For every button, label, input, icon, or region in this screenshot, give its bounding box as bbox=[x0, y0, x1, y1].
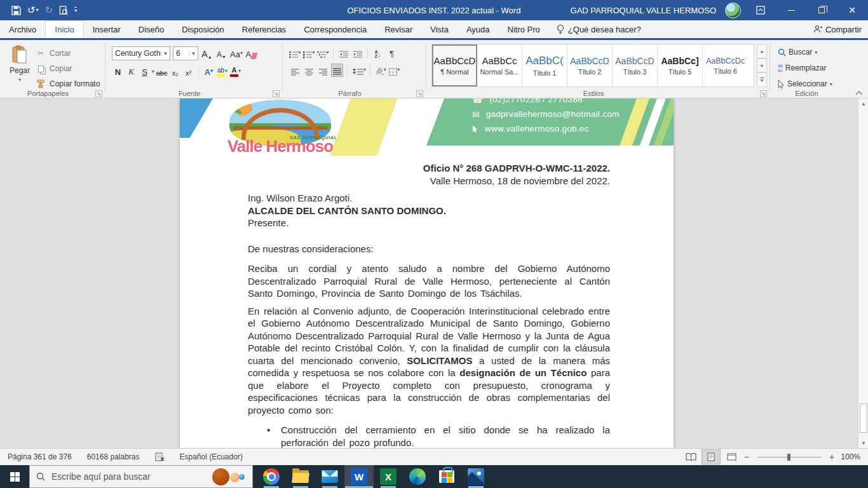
styles-scroll-up-button[interactable]: ▲ bbox=[757, 44, 767, 58]
align-right-button[interactable] bbox=[317, 64, 329, 77]
shading-button[interactable]: ▾ bbox=[374, 64, 386, 77]
bold-button[interactable]: N bbox=[112, 65, 124, 78]
shrink-font-button[interactable]: A▼ bbox=[215, 47, 227, 60]
language-indicator[interactable]: Español (Ecuador) bbox=[172, 452, 250, 461]
proofing-status[interactable] bbox=[147, 452, 172, 461]
scroll-down-button[interactable]: ▼ bbox=[858, 438, 868, 448]
zoom-slider-thumb[interactable] bbox=[787, 454, 790, 461]
tab-correspondencia[interactable]: Correspondencia bbox=[295, 20, 376, 38]
format-painter-button[interactable]: Copiar formato bbox=[34, 77, 100, 91]
start-button[interactable] bbox=[0, 465, 29, 488]
read-mode-button[interactable] bbox=[681, 449, 700, 464]
print-preview-button[interactable] bbox=[59, 6, 68, 15]
taskbar-store[interactable] bbox=[432, 465, 461, 488]
style-normal[interactable]: AaBbCcD ¶ Normal bbox=[432, 44, 477, 86]
font-size-combo[interactable]: 6▼ bbox=[173, 46, 198, 60]
minimize-button[interactable] bbox=[780, 0, 802, 20]
share-button[interactable]: Compartir bbox=[813, 20, 862, 38]
style-titulo-2[interactable]: AaBbCcD Título 2 bbox=[567, 44, 613, 86]
multilevel-list-button[interactable]: ▾ bbox=[317, 46, 329, 60]
tab-inicio[interactable]: Inicio bbox=[45, 20, 83, 38]
taskbar-word[interactable]: W bbox=[344, 465, 374, 488]
font-name-combo[interactable]: Century Gothi▼ bbox=[112, 46, 170, 60]
taskbar-mail[interactable] bbox=[315, 465, 344, 488]
portapapeles-dialog-launcher[interactable]: ↘ bbox=[95, 90, 102, 97]
taskbar-edge[interactable] bbox=[403, 465, 432, 488]
tab-archivo[interactable]: Archivo bbox=[0, 20, 45, 38]
underline-caret-icon[interactable]: ▾ bbox=[152, 69, 154, 74]
account-name[interactable]: GAD PARROQUIAL VALLE HERMOSO bbox=[571, 6, 716, 15]
tab-ayuda[interactable]: Ayuda bbox=[458, 20, 499, 38]
change-case-button[interactable]: Aa▾ bbox=[230, 47, 243, 60]
taskbar-photos[interactable] bbox=[461, 465, 491, 488]
cut-button[interactable]: ✂Cortar bbox=[34, 46, 100, 60]
undo-button[interactable]: ↺▾ bbox=[27, 6, 39, 15]
tab-nitro-pro[interactable]: Nitro Pro bbox=[499, 20, 549, 38]
tab-referencias[interactable]: Referencias bbox=[233, 20, 295, 38]
tab-insertar[interactable]: Insertar bbox=[84, 20, 130, 38]
tab-vista[interactable]: Vista bbox=[421, 20, 458, 38]
justify-button[interactable] bbox=[331, 64, 343, 77]
ribbon-display-options-button[interactable] bbox=[750, 0, 771, 20]
borders-button[interactable]: ▾ bbox=[388, 64, 400, 77]
style-titulo-6[interactable]: AaBbCcDc Título 6 bbox=[703, 44, 748, 86]
font-color-button[interactable]: A▾ bbox=[229, 65, 241, 78]
strikethrough-button[interactable]: abc bbox=[156, 65, 168, 78]
tab-disposicion[interactable]: Disposición bbox=[173, 20, 233, 38]
tab-revisar[interactable]: Revisar bbox=[376, 20, 421, 38]
tab-diseno[interactable]: Diseño bbox=[130, 20, 173, 38]
bullets-button[interactable]: ▾ bbox=[289, 46, 301, 60]
scroll-up-button[interactable]: ▲ bbox=[858, 98, 868, 109]
collapse-ribbon-button[interactable] bbox=[855, 91, 863, 95]
zoom-level[interactable]: 100% bbox=[837, 452, 864, 461]
grow-font-button[interactable]: A▲ bbox=[201, 47, 213, 60]
numbering-button[interactable]: ▾ bbox=[303, 46, 315, 60]
taskbar-file-explorer[interactable] bbox=[286, 465, 315, 488]
styles-scroll-down-button[interactable]: ▼ bbox=[757, 58, 767, 73]
styles-more-button[interactable]: ▼ bbox=[757, 72, 767, 87]
subscript-button[interactable]: x₂ bbox=[169, 65, 181, 78]
close-button[interactable]: × bbox=[841, 0, 863, 20]
page-indicator[interactable]: Página 361 de 376 bbox=[0, 452, 79, 461]
highlight-button[interactable]: ab▾ bbox=[216, 65, 228, 78]
paste-button[interactable]: Pegar ▾ bbox=[5, 40, 34, 91]
taskbar-search[interactable]: Escribe aquí para buscar bbox=[29, 465, 253, 488]
estilos-dialog-launcher[interactable]: ↘ bbox=[760, 90, 767, 97]
parrafo-dialog-launcher[interactable]: ↘ bbox=[416, 90, 423, 97]
zoom-in-button[interactable]: + bbox=[827, 452, 836, 462]
save-button[interactable] bbox=[11, 6, 21, 15]
document-page[interactable]: GAD PARROQUIAL Valle Hermoso ☎ (02)27702… bbox=[180, 98, 674, 448]
document-canvas[interactable]: GAD PARROQUIAL Valle Hermoso ☎ (02)27702… bbox=[0, 98, 858, 448]
underline-button[interactable]: S bbox=[139, 65, 151, 78]
taskbar-chrome[interactable] bbox=[257, 465, 286, 488]
search-doodle[interactable] bbox=[203, 468, 247, 487]
web-layout-button[interactable] bbox=[722, 449, 741, 464]
superscript-button[interactable]: x² bbox=[182, 65, 194, 78]
style-titulo-1[interactable]: AaBbC( Título 1 bbox=[522, 44, 567, 86]
account-avatar[interactable] bbox=[725, 3, 741, 18]
fuente-dialog-launcher[interactable]: ↘ bbox=[273, 90, 280, 97]
taskbar-excel[interactable]: X bbox=[374, 465, 403, 488]
undo-caret-icon[interactable]: ▾ bbox=[36, 8, 39, 13]
align-left-button[interactable] bbox=[289, 64, 301, 77]
letter-body[interactable]: Oficio N° 268 GADPRVH-O-WMC-11-2022. Val… bbox=[248, 162, 610, 448]
find-button[interactable]: Buscar▾ bbox=[778, 45, 843, 59]
style-normal-sa[interactable]: AaBbCc Normal Sa... bbox=[477, 44, 522, 86]
show-paragraph-marks-button[interactable]: ¶ bbox=[386, 46, 398, 60]
replace-button[interactable]: abac Reemplazar bbox=[778, 61, 843, 75]
copy-button[interactable]: Copiar bbox=[34, 62, 100, 76]
clear-formatting-button[interactable]: A bbox=[245, 47, 257, 60]
zoom-slider[interactable] bbox=[757, 457, 821, 458]
customize-qat-button[interactable]: ▾ bbox=[74, 7, 77, 13]
line-spacing-button[interactable]: ↕▾ bbox=[351, 64, 366, 77]
text-effects-button[interactable]: A▾ bbox=[203, 65, 215, 78]
increase-indent-button[interactable] bbox=[351, 46, 363, 60]
print-layout-button[interactable] bbox=[702, 449, 721, 464]
restore-button[interactable] bbox=[811, 0, 832, 20]
scrollbar-thumb[interactable] bbox=[860, 403, 867, 433]
sort-button[interactable]: AZ↓ bbox=[372, 46, 384, 60]
tell-me-box[interactable]: ¿Qué desea hacer? bbox=[549, 20, 649, 38]
word-count[interactable]: 60168 palabras bbox=[79, 452, 147, 461]
style-titulo-5[interactable]: AaBbCc] Título 5 bbox=[658, 44, 703, 86]
italic-button[interactable]: K bbox=[125, 65, 137, 78]
